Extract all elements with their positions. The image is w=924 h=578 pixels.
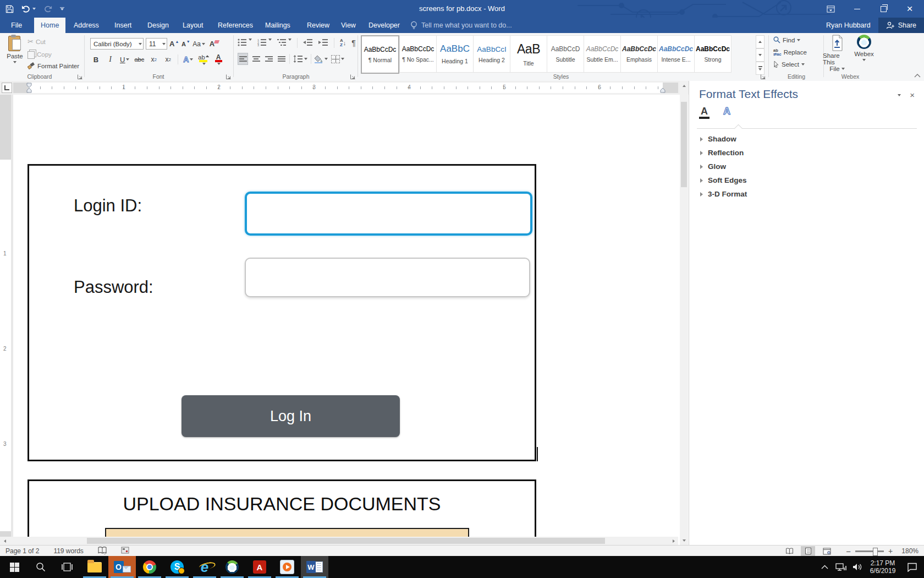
tab-layout[interactable]: Layout: [176, 18, 210, 33]
zoom-in-icon[interactable]: +: [888, 547, 893, 555]
pane-menu-icon[interactable]: [898, 94, 901, 96]
vertical-ruler[interactable]: 1 2 3: [0, 95, 11, 537]
sort-icon[interactable]: AZ↓: [340, 39, 346, 47]
decrease-indent-icon[interactable]: [303, 39, 313, 47]
show-paragraph-marks-icon[interactable]: ¶: [351, 39, 356, 47]
restore-button[interactable]: [873, 0, 893, 18]
taskbar-internet-explorer[interactable]: e: [191, 556, 218, 578]
word-count[interactable]: 119 words: [53, 547, 83, 555]
replace-button[interactable]: ab⇄ac Replace: [773, 48, 807, 56]
line-spacing-icon[interactable]: [293, 53, 307, 64]
tray-chevron-icon[interactable]: [816, 565, 833, 569]
login-id-input[interactable]: [245, 192, 532, 236]
tray-clock[interactable]: 2:17 PM 6/6/2019: [866, 559, 900, 575]
horizontal-scroll-thumb[interactable]: [87, 538, 605, 544]
collapse-ribbon-icon[interactable]: [914, 72, 921, 79]
proofing-icon[interactable]: [98, 547, 107, 556]
print-layout-view-icon[interactable]: [801, 546, 815, 556]
taskbar-chrome[interactable]: [136, 556, 163, 578]
subscript-button[interactable]: x2: [149, 54, 158, 65]
style-heading-1[interactable]: AaBbCHeading 1: [436, 35, 473, 73]
taskbar-adobe-reader[interactable]: A: [246, 556, 273, 578]
align-center-button[interactable]: [251, 53, 261, 64]
format-painter-button[interactable]: Format Painter: [28, 62, 79, 70]
pane-close-icon[interactable]: ×: [910, 91, 915, 99]
font-color-icon[interactable]: A: [214, 54, 223, 65]
bold-button[interactable]: B: [91, 54, 101, 65]
pane-item-glow[interactable]: Glow: [700, 162, 726, 171]
pane-item-soft-edges[interactable]: Soft Edges: [700, 176, 747, 184]
horizontal-ruler[interactable]: 1 2 3 4 5 6: [13, 83, 678, 93]
tab-design[interactable]: Design: [141, 18, 175, 33]
increase-indent-icon[interactable]: [318, 39, 328, 47]
vertical-scrollbar[interactable]: [680, 81, 688, 545]
scroll-down-icon[interactable]: [680, 536, 688, 545]
tab-review[interactable]: Review: [300, 18, 336, 33]
taskbar-media-player[interactable]: [273, 556, 301, 578]
font-family-combo[interactable]: Calibri (Body): [90, 38, 144, 50]
first-line-indent-marker[interactable]: [26, 83, 32, 93]
page-indicator[interactable]: Page 1 of 2: [6, 547, 39, 555]
styles-gallery-down-icon[interactable]: [756, 48, 765, 62]
zoom-slider-thumb[interactable]: [873, 548, 878, 556]
tab-view[interactable]: View: [334, 18, 362, 33]
style-heading-2[interactable]: AaBbCcIHeading 2: [473, 35, 510, 73]
document-page[interactable]: Login ID: Password: Log In UPLOAD INSURA…: [13, 95, 678, 537]
font-size-combo[interactable]: 11: [146, 38, 167, 50]
share-button[interactable]: Share: [878, 18, 924, 33]
minimize-button[interactable]: [847, 0, 867, 18]
align-left-button[interactable]: [238, 53, 248, 65]
tab-references[interactable]: References: [211, 18, 260, 33]
text-effects-icon[interactable]: A: [183, 54, 193, 65]
scroll-left-icon[interactable]: [0, 537, 9, 545]
cut-button[interactable]: ✂Cut: [28, 37, 46, 46]
action-center-icon[interactable]: [900, 563, 924, 572]
style-subtle-emphasis[interactable]: AaBbCcDcSubtle Em...: [584, 35, 620, 73]
taskbar-file-explorer[interactable]: [81, 556, 108, 578]
tell-me-box[interactable]: Tell me what you want to do...: [410, 18, 512, 33]
paste-button[interactable]: Paste: [4, 35, 25, 63]
styles-gallery-up-icon[interactable]: [756, 35, 765, 48]
numbering-icon[interactable]: 123: [257, 39, 272, 47]
task-view-button[interactable]: [55, 556, 79, 578]
highlight-color-icon[interactable]: ab: [198, 54, 208, 65]
tab-developer[interactable]: Developer: [362, 18, 406, 33]
vertical-scroll-thumb[interactable]: [681, 102, 687, 187]
taskbar-skype[interactable]: S: [163, 556, 191, 578]
text-effects-tab-icon[interactable]: A: [722, 106, 732, 119]
text-fill-outline-tab-icon[interactable]: A: [699, 106, 710, 119]
zoom-level[interactable]: 180%: [901, 547, 919, 555]
style-intense-emphasis[interactable]: AaBbCcDcIntense E...: [657, 35, 694, 73]
align-right-button[interactable]: [264, 53, 273, 64]
find-button[interactable]: Find: [773, 36, 800, 43]
style-title[interactable]: AaBTitle: [510, 35, 547, 73]
pane-item-shadow[interactable]: Shadow: [700, 135, 736, 143]
tab-home[interactable]: Home: [34, 18, 65, 33]
italic-button[interactable]: I: [106, 54, 115, 65]
multilevel-list-icon[interactable]: [277, 39, 292, 47]
pane-item-reflection[interactable]: Reflection: [700, 149, 744, 157]
taskbar-webex[interactable]: [218, 556, 246, 578]
shading-icon[interactable]: [315, 53, 328, 64]
ribbon-display-options-icon[interactable]: [821, 0, 840, 18]
zoom-slider[interactable]: [855, 550, 884, 552]
style-strong[interactable]: AaBbCcDcStrong: [694, 35, 732, 73]
tab-file[interactable]: File: [4, 18, 29, 33]
copy-button[interactable]: Copy: [28, 50, 52, 59]
strikethrough-button[interactable]: abc: [134, 54, 144, 65]
scroll-up-icon[interactable]: [680, 81, 688, 90]
close-button[interactable]: ×: [900, 0, 920, 18]
tab-stop-selector[interactable]: [2, 83, 12, 93]
share-this-file-button[interactable]: Share This File: [823, 35, 851, 72]
justify-button[interactable]: [277, 53, 286, 64]
zoom-out-icon[interactable]: −: [846, 547, 851, 556]
paragraph-dialog-launcher-icon[interactable]: [350, 74, 356, 80]
horizontal-scrollbar[interactable]: [0, 537, 678, 545]
tab-mailings[interactable]: Mailings: [258, 18, 297, 33]
scroll-right-icon[interactable]: [669, 537, 678, 545]
webex-button[interactable]: Webex: [851, 35, 877, 61]
network-icon[interactable]: [833, 563, 849, 571]
upload-field-box[interactable]: [105, 528, 469, 537]
user-name[interactable]: Ryan Hubbard: [826, 21, 871, 29]
read-mode-view-icon[interactable]: [782, 546, 796, 556]
